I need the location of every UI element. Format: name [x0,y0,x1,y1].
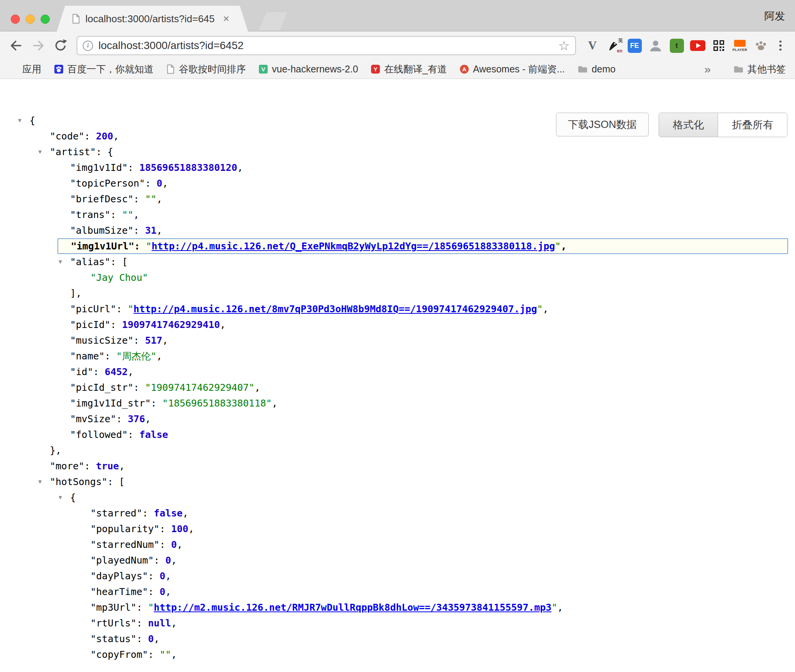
json-token-p: , [171,618,177,629]
bookmark-label: demo [592,64,616,75]
vue-icon: V [259,65,268,74]
json-token-p: : [160,539,171,550]
player-extension-button[interactable]: PLAYER [731,36,749,55]
json-line: "name": "周杰伦", [0,348,795,364]
json-token-k: "hearTime" [90,586,148,597]
json-token-k: "status" [90,633,136,644]
json-line: "followed": false [0,427,795,443]
json-token-p: : [ [108,476,125,487]
json-token-p: , [157,351,162,362]
profile-name[interactable]: 阿发 [764,9,785,23]
json-token-k: "more" [50,461,84,472]
browser-tab[interactable]: localhost:3000/artists?id=645 × [57,6,248,32]
collapse-toggle-icon[interactable]: ▼ [18,113,28,128]
bookmark-label: Awesomes - 前端资... [473,63,565,75]
minimize-window-button[interactable] [26,15,35,24]
json-token-q: " [555,241,561,252]
json-line: "rtUrls": null, [0,615,795,631]
json-token-p: : [154,555,165,566]
bookmark-item[interactable]: demo [578,64,616,75]
json-token-p: : [134,241,146,252]
tampermonkey-extension-button[interactable]: t [668,36,685,55]
qrcode-extension-button[interactable] [710,36,728,55]
json-token-p: : [128,162,139,173]
json-token-k: "alias" [70,256,110,267]
collapse-toggle-icon[interactable]: ▼ [38,474,48,490]
omnibox[interactable]: localhost:3000/artists?id=6452 ☆ [77,36,576,55]
json-line: "trans": "", [0,207,795,223]
qr-code-icon [713,39,725,52]
json-token-k: "img1v1Id" [70,162,128,173]
json-token-n: 517 [145,335,162,346]
collapse-toggle-icon[interactable]: ▼ [59,254,69,270]
download-json-button[interactable]: 下载JSON数据 [556,113,649,136]
other-bookmarks-folder[interactable]: 其他书签 [734,63,786,75]
bookmark-item[interactable]: AAwesomes - 前端资... [460,63,565,75]
format-button[interactable]: 格式化 [659,113,718,137]
view-mode-toggle: 格式化 折叠所有 [659,113,787,137]
json-token-k: "name" [70,351,105,362]
forward-button[interactable] [28,36,48,56]
fehelper-extension-button[interactable]: FE [626,36,643,55]
json-token-p: : [116,413,128,425]
json-token-k: "artist" [50,146,96,157]
json-line: "hearTime": 0, [0,584,795,600]
json-token-p: : [ [110,256,128,267]
json-token-s: "18569651883380118" [162,398,272,409]
bookmark-item[interactable]: 百度一下，你就知道 [54,63,154,75]
tab-close-icon[interactable]: × [223,13,229,24]
collapse-all-button[interactable]: 折叠所有 [718,113,787,137]
collapse-toggle-icon[interactable]: ▼ [38,144,48,160]
bookmark-item[interactable]: 谷歌按时间排序 [167,63,246,75]
json-line: "musicSize": 517, [0,333,795,348]
back-button[interactable] [6,36,26,56]
page-icon [167,64,175,74]
json-token-p: : [110,209,122,220]
zoom-window-button[interactable] [41,15,50,24]
json-token-p: , [128,366,134,377]
json-token-s: "19097417462929407" [145,382,255,393]
json-token-p: : [148,586,160,597]
json-token-p: : [142,508,154,519]
bookmarks-overflow-chevron[interactable]: » [700,63,715,76]
json-token-p: : [151,398,162,409]
json-url-link[interactable]: http://p4.music.126.net/Q_ExePNkmqB2yWyL… [152,241,555,252]
json-token-p: : [105,351,116,362]
json-url-link[interactable]: http://p4.music.126.net/8mv7qP30Pd3oHW8b… [134,303,537,315]
browser-menu-button[interactable] [772,37,789,54]
json-line: "albumSize": 31, [0,223,795,238]
collapse-toggle-icon[interactable]: ▼ [59,490,69,505]
bookmark-item[interactable]: 应用 [9,63,41,75]
json-line: "picUrl": "http://p4.music.126.net/8mv7q… [0,301,795,317]
url-text[interactable]: localhost:3000/artists?id=6452 [98,39,553,52]
bookmark-label: 应用 [22,63,41,75]
json-token-p: , [255,382,260,393]
json-token-p: : [160,523,171,534]
bookmark-item[interactable]: Vvue-hackernews-2.0 [259,64,358,75]
json-url-link[interactable]: http://m2.music.126.net/RMJR7wDullRqppBk… [154,602,552,613]
json-token-k: "mp3Url" [90,602,136,613]
json-token-k: "code" [50,131,84,142]
json-token-u: null [148,618,171,629]
new-tab-button[interactable] [259,12,287,30]
paw-extension-button[interactable] [752,36,770,55]
profile-extension-button[interactable] [647,36,664,55]
tab-strip: localhost:3000/artists?id=645 × 阿发 [0,0,795,31]
close-window-button[interactable] [11,15,20,24]
json-token-q: " [146,241,152,252]
json-token-p: { [29,115,35,126]
json-token-p: , [171,555,177,566]
json-token-p: : [93,366,105,377]
bookmark-star-icon[interactable]: ☆ [558,39,570,52]
vimium-extension-button[interactable]: V [584,36,601,55]
bookmark-items: 应用百度一下，你就知道谷歌按时间排序Vvue-hackernews-2.0Y在线… [9,63,615,75]
reload-button[interactable] [51,36,70,56]
json-token-p: , [237,162,243,173]
page-info-icon[interactable] [83,41,93,51]
json-token-k: "hotSongs" [50,476,108,487]
json-token-p: , [134,209,139,220]
translate-extension-button[interactable]: 英en [605,36,622,55]
bookmark-item[interactable]: Y在线翻译_有道 [371,63,447,75]
youtube-extension-button[interactable] [689,36,707,55]
json-token-p: , [162,178,168,189]
